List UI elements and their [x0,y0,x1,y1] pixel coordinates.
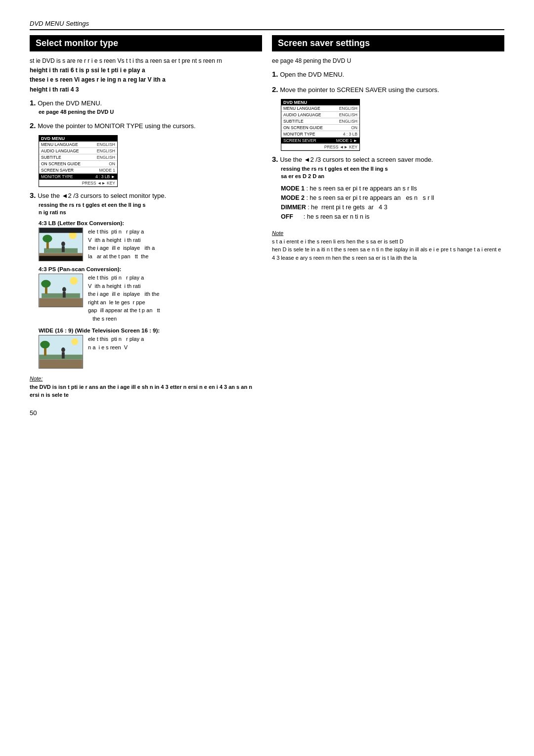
step-sub2: n ig rati ns [39,209,262,216]
mode-1: MODE 1 : he s reen sa er pi t re appears… [281,184,504,193]
menu-row: AUDIO LANGUAGEENGLISH [39,148,117,154]
left-step-2: 2. Move the pointer to MONITOR TYPE usin… [30,120,262,132]
right-step-1: 1. Open the DVD MENU. [272,69,504,80]
svg-point-6 [61,242,65,247]
left-heading: Select monitor type [30,35,262,51]
menu-row: MONITOR TYPE4 : 3 LB [281,131,359,138]
step-number: 1. [272,70,278,78]
option-image-lb [39,228,83,261]
svg-rect-7 [62,246,65,252]
step-sub2: sa er es D 2 D an [281,173,504,180]
menu-row: PRESS ◄► KEY [281,144,359,150]
svg-point-15 [41,280,50,288]
svg-rect-19 [39,360,82,368]
svg-rect-25 [62,352,65,359]
step-number: 3. [272,155,278,163]
menu-row: MENU LANGUAGEENGLISH [39,142,117,148]
svg-point-5 [43,235,52,243]
page: DVD MENU Settings Select monitor type st… [30,20,504,417]
note-line-3: 4 3 lease e ary s reen rn hen the s reen… [272,254,504,262]
svg-point-13 [70,277,78,285]
right-note: Note s t a i erent e i the s reen li ers… [272,229,504,262]
menu-row: PRESS ◄► KEY [39,180,117,187]
left-step-3: 3. Use the ◄2 /3 cursors to select monit… [30,190,262,216]
svg-rect-9 [39,256,82,261]
option-image-wide [39,335,83,369]
left-note: Note: the DVD is isn t pti ie r ans an t… [30,375,262,399]
main-content: Select monitor type st ie DVD is s are r… [30,35,504,399]
step-text: Move the pointer to MONITOR TYPE using t… [38,122,196,130]
left-intro: st ie DVD is s are re r r i e s reen Vs … [30,56,262,94]
option-row: ele t this pti n r play a V ith a height… [39,274,262,323]
mode-descriptions: MODE 1 : he s reen sa er pi t re appears… [281,184,504,221]
step-text: Move the pointer to SCREEN SAVER using t… [280,86,439,94]
option-image-ps [39,274,83,307]
mode-dimmer: DIMMER : he rrent pi t re gets ar 4 3 [281,203,504,212]
svg-rect-2 [44,248,78,253]
left-step-1: 1. Open the DVD MENU. ee page 48 pening … [30,97,262,116]
option-title: 4:3 PS (Pan-scan Conversion): [39,266,262,272]
option-row: ele t this pti n r play a n a i e s reen… [39,335,262,369]
note-label: Note: [30,376,43,381]
mode-2: MODE 2 : he s reen sa er pi t re appears… [281,193,504,203]
step-text: Use the ◄2 /3 cursors to select a screen… [280,156,433,163]
section-title: DVD MENU Settings [30,20,504,30]
svg-rect-11 [39,298,82,307]
dvd-menu-title: DVD MENU [39,136,117,142]
note-text: the DVD is isn t pti ie r ans an the i a… [30,384,252,398]
option-title: WIDE (16 : 9) (Wide Television Screen 16… [39,328,262,333]
step-number: 2. [30,121,36,130]
menu-row: ON SCREEN GUIDEON [281,125,359,131]
step-sub1: ressing the rs rs t ggles et een the ll … [281,165,504,173]
menu-row: AUDIO LANGUAGEENGLISH [281,112,359,118]
menu-row: ON SCREEN GUIDEON [39,161,117,167]
menu-row: SCREEN SAVERMODE 1 [39,167,117,174]
svg-point-23 [40,341,49,349]
menu-row: MENU LANGUAGEENGLISH [281,105,359,112]
option-desc: ele t this pti n r play a V ith a height… [88,274,160,323]
svg-point-16 [62,287,66,292]
page-number: 50 [30,409,504,417]
menu-row: SUBTITLEENGLISH [281,118,359,125]
dvd-menu-right: DVD MENU MENU LANGUAGEENGLISH AUDIO LANG… [281,99,360,151]
right-step-3: 3. Use the ◄2 /3 cursors to select a scr… [272,154,504,180]
option-title: 4:3 LB (Letter Box Conversion): [39,220,262,226]
left-section: Select monitor type st ie DVD is s are r… [30,35,262,399]
right-section: Screen saver settings ee page 48 pening … [272,35,504,399]
svg-rect-12 [42,293,80,298]
step-number: 2. [272,85,278,94]
step-sub: ee page 48 pening the DVD U [39,108,262,116]
svg-rect-8 [39,228,82,233]
step-sub1: ressing the rs rs t ggles et een the ll … [39,201,262,209]
step-text: Open the DVD MENU. [38,99,102,107]
option-wide: WIDE (16 : 9) (Wide Television Screen 16… [39,328,262,369]
note-line-2: hen D is sele te in a iti n t the s reen… [272,245,504,254]
option-desc: ele t this pti n r play a V ith a height… [88,228,155,260]
option-lb: 4:3 LB (Letter Box Conversion): [39,220,262,261]
right-step-2: 2. Move the pointer to SCREEN SAVER usin… [272,84,504,95]
option-ps: 4:3 PS (Pan-scan Conversion): [39,266,262,323]
right-heading: Screen saver settings [272,35,504,51]
svg-rect-17 [63,292,66,298]
step-number: 1. [30,98,36,107]
step-text: Use the ◄2 /3 cursors to select monitor … [38,192,166,199]
step-number: 3. [30,191,36,199]
svg-point-24 [61,348,65,353]
menu-row-highlighted: SCREEN SEVERMODE 1 ► [281,138,359,144]
right-intro: ee page 48 pening the DVD U [272,56,504,66]
dvd-menu-left: DVD MENU MENU LANGUAGEENGLISH AUDIO LANG… [39,135,118,187]
option-desc: ele t this pti n r play a n a i e s reen… [88,335,144,351]
menu-row: SUBTITLEENGLISH [39,154,117,161]
menu-row-highlighted: MONITOR TYPE4 : 3 LB ► [39,174,117,180]
note-label: Note [272,230,283,236]
note-line-1: s t a i erent e i the s reen li ers hen … [272,237,504,246]
svg-point-21 [71,338,78,345]
mode-off: OFF : he s reen sa er n ti n is [281,212,504,222]
option-row: ele t this pti n r play a V ith a height… [39,228,262,261]
step-text: Open the DVD MENU. [280,71,344,78]
dvd-menu-title: DVD MENU [281,99,359,105]
